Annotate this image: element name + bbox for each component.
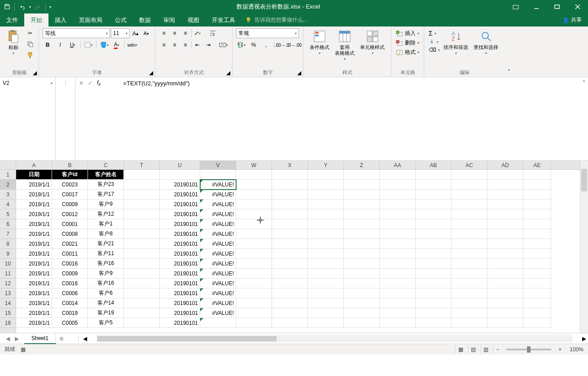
cell-AB6[interactable] [416, 219, 452, 229]
row-header-7[interactable]: 7 [0, 229, 16, 239]
col-header-Y[interactable]: Y [308, 161, 344, 169]
align-right-button[interactable]: ≡ [180, 40, 190, 50]
cell-U11[interactable]: 20190101 [160, 269, 200, 279]
minimize-button[interactable] [526, 0, 547, 13]
enter-formula-button[interactable]: ✓ [88, 80, 92, 86]
cell-A15[interactable]: 2019/1/1 [16, 308, 52, 318]
phonetic-button[interactable]: wén▾ [127, 40, 137, 50]
cut-button[interactable]: ✂ [25, 28, 35, 38]
cell-AA12[interactable] [380, 279, 416, 288]
row-header-12[interactable]: 12 [0, 279, 16, 288]
decrease-indent-button[interactable]: ⇤ [193, 40, 202, 50]
row-header-6[interactable]: 6 [0, 219, 16, 229]
cell-C5[interactable]: 客户12 [88, 209, 124, 219]
menu-文件[interactable]: 文件 [0, 13, 24, 27]
cell-Z8[interactable] [344, 239, 380, 249]
cell-C13[interactable]: 客户6 [88, 288, 124, 298]
cell-W8[interactable] [236, 239, 272, 249]
align-left-button[interactable]: ≡ [159, 40, 169, 50]
cell-AB13[interactable] [416, 288, 452, 298]
cell-AB4[interactable] [416, 199, 452, 209]
cell-AE9[interactable] [523, 249, 551, 259]
percent-button[interactable]: % [249, 40, 259, 50]
cell-T11[interactable] [124, 269, 160, 279]
cell-AB9[interactable] [416, 249, 452, 259]
cell-V16[interactable] [200, 318, 236, 328]
cell-AC15[interactable] [452, 308, 487, 318]
cell-W4[interactable] [236, 199, 272, 209]
cell-C6[interactable]: 客户1 [88, 219, 124, 229]
cell-Z14[interactable] [344, 298, 380, 308]
cell-U16[interactable]: 20190101 [160, 318, 200, 328]
alignment-launcher[interactable]: ◢ [225, 70, 231, 76]
cell-AA13[interactable] [380, 288, 416, 298]
cell-U8[interactable]: 20190101 [160, 239, 200, 249]
cell-W15[interactable] [236, 308, 272, 318]
cell-Y15[interactable] [308, 308, 344, 318]
cell-U1[interactable] [160, 170, 200, 180]
cell-AA8[interactable] [380, 239, 416, 249]
cell-U6[interactable]: 20190101 [160, 219, 200, 229]
undo-dropdown[interactable]: ▾ [29, 5, 31, 9]
cell-T14[interactable] [124, 298, 160, 308]
cell-A5[interactable]: 2019/1/1 [16, 209, 52, 219]
cell-V3[interactable]: #VALUE! [200, 190, 236, 199]
cell-AD15[interactable] [487, 308, 523, 318]
cell-Z2[interactable] [344, 180, 380, 190]
cell-X14[interactable] [272, 298, 308, 308]
cell-X1[interactable] [272, 170, 308, 180]
name-box[interactable]: V2▾ [0, 77, 55, 89]
cell-A2[interactable]: 2019/1/1 [16, 180, 52, 190]
horizontal-scrollbar[interactable] [97, 335, 572, 342]
cell-C16[interactable]: 客户5 [88, 318, 124, 328]
autosum-button[interactable]: Σ▾ [428, 29, 441, 37]
cell-V8[interactable]: #VALUE! [200, 239, 236, 249]
font-launcher[interactable]: ◢ [148, 70, 154, 76]
tell-me-search[interactable]: 💡告诉我您想要做什么... [245, 16, 307, 24]
cell-AC14[interactable] [452, 298, 487, 308]
cell-X5[interactable] [272, 209, 308, 219]
col-header-AC[interactable]: AC [452, 161, 487, 169]
cell-X13[interactable] [272, 288, 308, 298]
cell-C4[interactable]: 客户9 [88, 199, 124, 209]
cell-U4[interactable]: 20190101 [160, 199, 200, 209]
cell-U15[interactable]: 20190101 [160, 308, 200, 318]
cell-B1[interactable]: 客户id [52, 170, 88, 180]
cell-AC16[interactable] [452, 318, 487, 328]
cell-U12[interactable]: 20190101 [160, 279, 200, 288]
row-header-3[interactable]: 3 [0, 190, 16, 199]
italic-button[interactable]: I [55, 40, 65, 50]
cell-W10[interactable] [236, 259, 272, 269]
cell-AC2[interactable] [452, 180, 487, 190]
decrease-font-button[interactable]: A▾ [141, 28, 151, 38]
cell-AA9[interactable] [380, 249, 416, 259]
cell-AB16[interactable] [416, 318, 452, 328]
cell-X3[interactable] [272, 190, 308, 199]
col-header-AB[interactable]: AB [416, 161, 452, 169]
cell-X7[interactable] [272, 229, 308, 239]
cell-AE5[interactable] [523, 209, 551, 219]
cell-W12[interactable] [236, 279, 272, 288]
col-header-Z[interactable]: Z [344, 161, 380, 169]
cell-V11[interactable]: #VALUE! [200, 269, 236, 279]
cell-AB8[interactable] [416, 239, 452, 249]
cell-T1[interactable] [124, 170, 160, 180]
page-break-view-button[interactable]: ▥ [480, 345, 491, 354]
cell-X11[interactable] [272, 269, 308, 279]
delete-cells-button[interactable]: 删除▾ [395, 39, 420, 47]
cell-X12[interactable] [272, 279, 308, 288]
sheet-tab-active[interactable]: Sheet1 [24, 333, 56, 344]
cell-C3[interactable]: 客户17 [88, 190, 124, 199]
cell-AC4[interactable] [452, 199, 487, 209]
cell-AC1[interactable] [452, 170, 487, 180]
cell-W3[interactable] [236, 190, 272, 199]
cell-C2[interactable]: 客户23 [88, 180, 124, 190]
cell-B14[interactable]: C0014 [52, 298, 88, 308]
cell-AE11[interactable] [523, 269, 551, 279]
clear-button[interactable]: ⌫▾ [428, 46, 441, 53]
cell-X10[interactable] [272, 259, 308, 269]
cell-T4[interactable] [124, 199, 160, 209]
col-header-AE[interactable]: AE [523, 161, 551, 169]
cell-AE13[interactable] [523, 288, 551, 298]
select-all-corner[interactable] [0, 161, 16, 170]
